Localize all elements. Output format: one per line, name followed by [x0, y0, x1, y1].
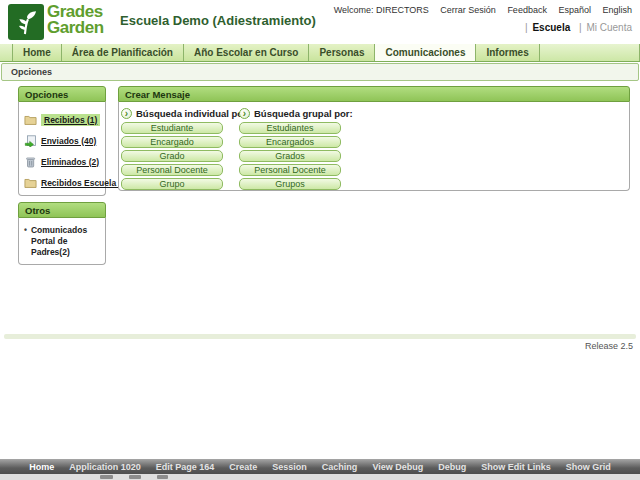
- language-spanish-link[interactable]: Español: [558, 5, 591, 15]
- developer-toolbar: Home Application 1020 Edit Page 164 Crea…: [0, 459, 640, 474]
- estudiantes-button[interactable]: Estudiantes: [239, 122, 341, 134]
- estudiante-button[interactable]: Estudiante: [121, 122, 223, 134]
- busqueda-grupal-column: › Búsqueda grupal por: Estudiantes Encar…: [239, 108, 341, 190]
- mi-cuenta-link[interactable]: Mi Cuenta: [586, 22, 632, 33]
- otros-panel-header: Otros: [18, 202, 106, 218]
- tab-home[interactable]: Home: [12, 44, 62, 61]
- sidebar-item-label: Comunicados Portal de Padres(2): [31, 225, 102, 258]
- devbar-create-link[interactable]: Create: [229, 462, 257, 472]
- tab-area-de-planificacion[interactable]: Área de Planificación: [62, 44, 184, 61]
- page-title: Escuela Demo (Adiestramiento): [120, 13, 316, 28]
- sidebar-item-recibidos-escuela[interactable]: Recibidos Escuela (55): [19, 172, 105, 193]
- devbar-view-debug-link[interactable]: View Debug: [372, 462, 423, 472]
- strip-decoration: [129, 475, 141, 479]
- separator: |: [579, 22, 582, 33]
- escuela-link[interactable]: Escuela: [532, 22, 570, 33]
- app-window: Grades Garden Escuela Demo (Adiestramien…: [0, 0, 640, 480]
- bullet-icon: •: [24, 225, 27, 258]
- devbar-show-grid-link[interactable]: Show Grid: [566, 462, 611, 472]
- opciones-panel-header: Opciones: [18, 86, 106, 102]
- strip-decoration: [157, 475, 168, 479]
- account-links: | Escuela | Mi Cuenta: [334, 22, 632, 33]
- devbar-edit-page-link[interactable]: Edit Page 164: [156, 462, 215, 472]
- devbar-home-link[interactable]: Home: [29, 462, 54, 472]
- sidebar-item-enviados[interactable]: Enviados (40): [19, 130, 105, 151]
- sidebar-item-comunicados-portal[interactable]: • Comunicados Portal de Padres(2): [24, 225, 102, 258]
- subnav-opciones[interactable]: Opciones: [11, 67, 52, 77]
- footer-separator: [4, 334, 636, 339]
- tab-ano-escolar-en-curso[interactable]: Año Escolar en Curso: [184, 44, 309, 61]
- chevron-circle-icon: ›: [239, 108, 250, 119]
- separator: |: [525, 22, 528, 33]
- opciones-panel: Opciones Recibidos (1) Enviados (40) Eli…: [18, 86, 106, 196]
- busqueda-individual-column: › Búsqueda individual por: Estudiante En…: [121, 108, 223, 190]
- brand-line2: Garden: [47, 20, 104, 36]
- feedback-link[interactable]: Feedback: [507, 5, 547, 15]
- devbar-session-link[interactable]: Session: [272, 462, 307, 472]
- encargados-button[interactable]: Encargados: [239, 136, 341, 148]
- personal-docente-button[interactable]: Personal Docente: [121, 164, 223, 176]
- tab-bar-filler: [540, 44, 640, 61]
- grados-button[interactable]: Grados: [239, 150, 341, 162]
- devbar-caching-link[interactable]: Caching: [322, 462, 358, 472]
- header-utility-area: Welcome: DIRECTORS Cerrar Sesión Feedbac…: [334, 5, 632, 33]
- grades-garden-logo[interactable]: [8, 4, 44, 40]
- sidebar-item-eliminados[interactable]: Eliminados (2): [19, 151, 105, 172]
- busqueda-individual-heading: › Búsqueda individual por:: [121, 108, 223, 119]
- tab-personas[interactable]: Personas: [309, 44, 375, 61]
- folder-icon: [24, 177, 37, 189]
- crear-mensaje-header: Crear Mensaje: [118, 86, 630, 102]
- otros-panel: Otros • Comunicados Portal de Padres(2): [18, 202, 106, 265]
- tab-informes[interactable]: Informes: [476, 44, 539, 61]
- sidebar-item-recibidos[interactable]: Recibidos (1): [19, 109, 105, 130]
- devbar-application-link[interactable]: Application 1020: [69, 462, 141, 472]
- release-label: Release 2.5: [585, 341, 633, 351]
- sent-icon: [24, 135, 37, 147]
- sidebar-item-label: Enviados (40): [41, 136, 96, 146]
- column-heading-label: Búsqueda grupal por:: [254, 108, 353, 119]
- otros-panel-body: • Comunicados Portal de Padres(2): [18, 218, 106, 265]
- strip-decoration: [100, 475, 113, 479]
- grupo-button[interactable]: Grupo: [121, 178, 223, 190]
- crear-mensaje-body: › Búsqueda individual por: Estudiante En…: [118, 102, 630, 191]
- grupos-button[interactable]: Grupos: [239, 178, 341, 190]
- column-heading-label: Búsqueda individual por:: [136, 108, 250, 119]
- language-english-link[interactable]: English: [602, 5, 632, 15]
- utility-links: Welcome: DIRECTORS Cerrar Sesión Feedbac…: [334, 5, 632, 15]
- chevron-circle-icon: ›: [121, 108, 132, 119]
- grado-button[interactable]: Grado: [121, 150, 223, 162]
- opciones-panel-body: Recibidos (1) Enviados (40) Eliminados (…: [18, 102, 106, 196]
- trash-icon: [24, 156, 37, 168]
- devbar-show-edit-links-link[interactable]: Show Edit Links: [481, 462, 551, 472]
- seedling-icon: [10, 6, 42, 38]
- tab-comunicaciones[interactable]: Comunicaciones: [375, 44, 476, 61]
- sidebar-item-label: Recibidos (1): [41, 114, 100, 126]
- subnav-bar: Opciones: [1, 63, 639, 81]
- sidebar-item-label: Eliminados (2): [41, 157, 99, 167]
- crear-mensaje-panel: Crear Mensaje › Búsqueda individual por:…: [118, 86, 630, 191]
- brand-name: Grades Garden: [47, 4, 104, 36]
- bottom-strip: [0, 474, 640, 480]
- devbar-debug-link[interactable]: Debug: [438, 462, 466, 472]
- encargado-button[interactable]: Encargado: [121, 136, 223, 148]
- main-nav-tabs: Home Área de Planificación Año Escolar e…: [0, 44, 640, 62]
- welcome-label: Welcome: DIRECTORS: [334, 5, 429, 15]
- folder-icon: [24, 114, 37, 126]
- personal-docente-grupal-button[interactable]: Personal Docente: [239, 164, 341, 176]
- logout-link[interactable]: Cerrar Sesión: [440, 5, 496, 15]
- busqueda-grupal-heading: › Búsqueda grupal por:: [239, 108, 341, 119]
